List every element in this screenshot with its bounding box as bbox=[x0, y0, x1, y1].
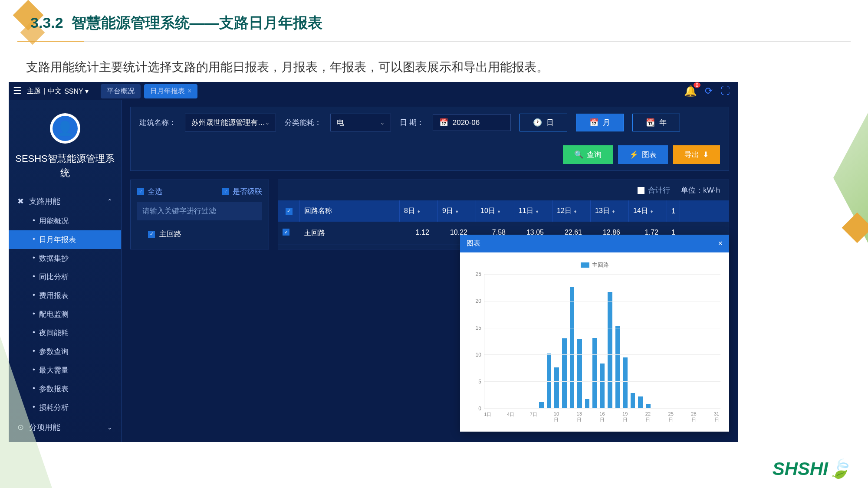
bar[interactable] bbox=[592, 338, 597, 408]
y-tick: 15 bbox=[476, 325, 481, 331]
th-name[interactable]: 回路名称 bbox=[300, 200, 400, 222]
bar[interactable] bbox=[547, 354, 552, 408]
th-day-12[interactable]: 12日♦ bbox=[552, 200, 591, 222]
th-day-8[interactable]: 8日♦ bbox=[400, 200, 438, 222]
th-checkbox[interactable]: ✓ bbox=[278, 200, 300, 222]
bar[interactable] bbox=[562, 338, 567, 408]
th-day-13[interactable]: 13日♦ bbox=[591, 200, 629, 222]
total-row-checkbox[interactable]: 合计行 bbox=[638, 185, 670, 195]
table-options: 合计行 单位：kW·h bbox=[278, 180, 729, 200]
x-tick bbox=[537, 411, 545, 423]
refresh-icon[interactable]: ⟳ bbox=[705, 85, 713, 97]
bar[interactable] bbox=[631, 393, 635, 408]
select-all-checkbox[interactable]: ✓全选 bbox=[137, 187, 162, 197]
bar-slot bbox=[591, 274, 599, 408]
nav-item-power[interactable]: 配电监测 bbox=[33, 305, 121, 324]
cascade-checkbox[interactable]: ✓是否级联 bbox=[222, 187, 262, 197]
export-button[interactable]: 导出⬇ bbox=[673, 145, 720, 164]
year-icon: 📆 bbox=[646, 118, 655, 127]
calendar-icon: 📅 bbox=[439, 118, 448, 127]
nav-item-data[interactable]: 数据集抄 bbox=[33, 249, 121, 268]
bar[interactable] bbox=[608, 292, 612, 408]
bar-slot bbox=[606, 274, 614, 408]
period-month-button[interactable]: 📅月 bbox=[576, 114, 624, 131]
nav-group-branch[interactable]: ✖ 支路用能 ⌃ bbox=[9, 191, 121, 212]
notification-icon[interactable]: 🔔0 bbox=[684, 85, 697, 97]
theme-label[interactable]: 主题 bbox=[27, 87, 41, 96]
th-day-11[interactable]: 11日♦ bbox=[514, 200, 552, 222]
unit-label: 单位：kW·h bbox=[681, 185, 720, 195]
tab-close-icon[interactable]: × bbox=[187, 87, 191, 95]
tree-node-root[interactable]: ✓主回路 bbox=[137, 226, 262, 242]
x-tick bbox=[652, 411, 660, 423]
leaf-icon: 🍃 bbox=[828, 459, 851, 479]
tab-overview[interactable]: 平台概况 bbox=[101, 84, 141, 98]
bar[interactable] bbox=[539, 402, 544, 408]
building-select[interactable]: 苏州晟世能源管理有…⌄ bbox=[185, 114, 276, 131]
x-tick bbox=[697, 411, 705, 423]
x-tick bbox=[606, 411, 614, 423]
fullscreen-icon[interactable]: ⛶ bbox=[720, 85, 730, 97]
topbar-left: 主题 | 中文 SSNY ▾ bbox=[27, 87, 89, 96]
sort-icon: ♦ bbox=[612, 209, 615, 214]
th-day-9[interactable]: 9日♦ bbox=[438, 200, 476, 222]
bar[interactable] bbox=[577, 339, 582, 408]
bar[interactable] bbox=[615, 326, 620, 408]
calendar-icon: 📅 bbox=[589, 118, 598, 127]
slide-title: 3.3.2 智慧能源管理系统——支路日月年报表 bbox=[17, 13, 851, 33]
clock-icon: 🕐 bbox=[533, 118, 542, 127]
bar-slot bbox=[507, 274, 515, 408]
bar[interactable] bbox=[570, 287, 575, 408]
nav-item-compare[interactable]: 同比分析 bbox=[33, 268, 121, 286]
x-tick: 7日 bbox=[529, 411, 537, 423]
action-row: 🔍查询 ⚡图表 导出⬇ bbox=[139, 145, 720, 164]
query-button[interactable]: 🔍查询 bbox=[563, 145, 613, 164]
period-day-button[interactable]: 🕐日 bbox=[519, 114, 567, 131]
bar[interactable] bbox=[646, 404, 651, 408]
tree-filter-input[interactable]: 请输入关键字进行过滤 bbox=[137, 202, 262, 220]
th-day-14[interactable]: 14日♦ bbox=[629, 200, 667, 222]
bar[interactable] bbox=[554, 367, 559, 408]
bar-slot bbox=[515, 274, 523, 408]
tab-report[interactable]: 日月年报表× bbox=[144, 84, 197, 98]
bar[interactable] bbox=[638, 396, 643, 408]
bar[interactable] bbox=[600, 364, 605, 408]
x-tick bbox=[682, 411, 690, 423]
date-input[interactable]: 📅2020-06 bbox=[433, 114, 511, 131]
x-tick: 25日 bbox=[667, 411, 675, 423]
th-day-15[interactable]: 1 bbox=[667, 200, 680, 222]
lang-label[interactable]: 中文 bbox=[48, 87, 62, 96]
x-axis: 1日4日7日10日13日16日19日22日25日28日31日 bbox=[469, 411, 720, 423]
bar-slot bbox=[690, 274, 698, 408]
nav-item-overview[interactable]: 用能概况 bbox=[33, 212, 121, 230]
user-dropdown[interactable]: SSNY ▾ bbox=[64, 87, 89, 95]
checkbox-icon: ✓ bbox=[148, 231, 155, 238]
x-tick bbox=[545, 411, 553, 423]
chart-title: 图表 bbox=[467, 239, 480, 248]
bar[interactable] bbox=[623, 357, 628, 408]
bar-slot bbox=[621, 274, 629, 408]
y-tick: 25 bbox=[476, 271, 481, 277]
sort-icon: ♦ bbox=[456, 209, 458, 214]
close-icon[interactable]: × bbox=[718, 239, 723, 248]
x-tick bbox=[583, 411, 591, 423]
grid-line bbox=[484, 274, 720, 275]
menu-icon[interactable]: ☰ bbox=[13, 85, 22, 97]
period-year-button[interactable]: 📆年 bbox=[632, 114, 680, 131]
category-select[interactable]: 电⌄ bbox=[330, 114, 391, 131]
chart-button[interactable]: ⚡图表 bbox=[618, 145, 668, 164]
y-axis: 0510152025 bbox=[469, 274, 484, 409]
slide-description: 支路用能统计主要统计选择支路的用能日报表，月报表，年报表，可以图表展示和导出用能… bbox=[0, 46, 868, 82]
tabs: 平台概况 日月年报表× bbox=[101, 84, 197, 98]
nav-item-cost[interactable]: 费用报表 bbox=[33, 286, 121, 305]
legend-item[interactable]: 主回路 bbox=[581, 261, 609, 269]
nav-item-report[interactable]: 日月年报表 bbox=[9, 230, 121, 249]
row-checkbox[interactable]: ✓ bbox=[278, 222, 300, 245]
chevron-down-icon: ⌄ bbox=[265, 120, 270, 126]
avatar[interactable]: 👤 bbox=[50, 113, 80, 144]
bar-slot bbox=[644, 274, 652, 408]
bar[interactable] bbox=[585, 399, 590, 408]
avatar-icon: 👤 bbox=[53, 116, 78, 141]
th-day-10[interactable]: 10日♦ bbox=[476, 200, 514, 222]
bar-slot bbox=[697, 274, 705, 408]
